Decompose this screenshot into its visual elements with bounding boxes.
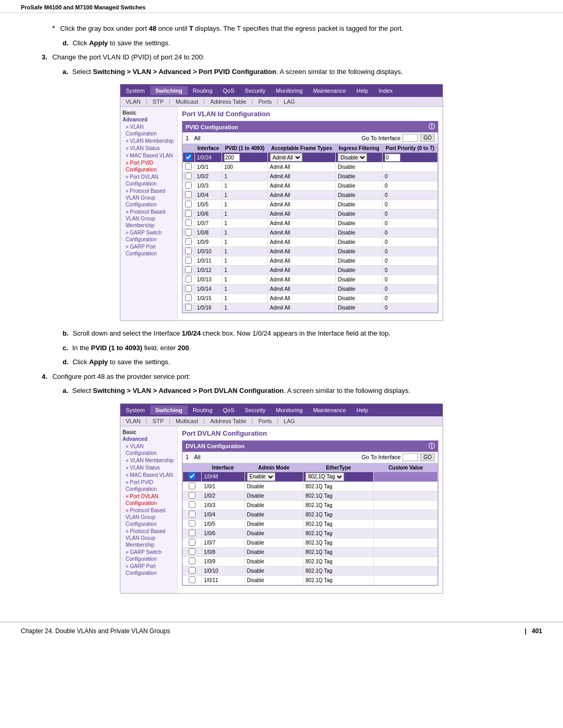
step-text-3b: Scroll down and select the Interface 1/0… — [72, 329, 390, 337]
cell-ethertype: 802.1Q Tag — [303, 538, 374, 547]
row-checkbox[interactable] — [189, 529, 195, 536]
nav-monitoring-2[interactable]: Monitoring — [271, 405, 308, 415]
row-checkbox[interactable] — [185, 201, 192, 207]
subnav-multicast-1[interactable]: Multicast — [174, 98, 200, 105]
row-checkbox[interactable] — [189, 539, 195, 546]
sidebar-vlan-config-1[interactable]: » VLANConfiguration — [126, 124, 175, 137]
sidebar-mac-vlan-2[interactable]: » MAC Based VLAN — [126, 472, 175, 478]
row-checkbox[interactable] — [189, 483, 195, 489]
sidebar-port-pvid-2[interactable]: » Port PVIDConfiguration — [126, 479, 175, 492]
row-checkbox[interactable] — [185, 238, 192, 245]
row-checkbox[interactable] — [189, 576, 195, 583]
sidebar-vlan-config-2[interactable]: » VLANConfiguration — [126, 443, 175, 456]
row-checkbox[interactable] — [185, 248, 192, 254]
subnav-ports-1[interactable]: Ports — [256, 98, 274, 105]
row-checkbox[interactable] — [185, 191, 192, 198]
sidebar-port-dvlan-2[interactable]: » Port DVLANConfiguration — [126, 493, 175, 507]
row-checkbox[interactable] — [189, 520, 195, 527]
table-row: 1/0/48Enable802.1Q Tag — [183, 472, 438, 482]
table-row: 1/0/10Disable802.1Q Tag — [183, 566, 438, 575]
row-checkbox[interactable] — [185, 210, 192, 217]
row-checkbox[interactable] — [185, 172, 192, 179]
sidebar-proto-vlan-config-1[interactable]: » Protocol BasedVLAN GroupConfiguration — [126, 188, 175, 208]
subnav-stp-2[interactable]: STP — [151, 417, 166, 425]
sidebar-vlan-status-2[interactable]: » VLAN Status — [126, 464, 175, 471]
row-checkbox[interactable] — [189, 558, 195, 564]
row-checkbox[interactable] — [189, 492, 195, 499]
sidebar-proto-vlan-config-2[interactable]: » Protocol BasedVLAN GroupConfiguration — [126, 507, 175, 527]
row-checkbox[interactable] — [189, 501, 195, 508]
row-checkbox[interactable] — [185, 304, 192, 311]
sidebar-garp-switch-1[interactable]: » GARP SwitchConfiguration — [126, 229, 175, 243]
nav-help-2[interactable]: Help — [351, 405, 374, 415]
row-checkbox[interactable] — [189, 473, 195, 479]
subnav-lag-2[interactable]: LAG — [282, 417, 297, 425]
nav-maintenance-2[interactable]: Maintenance — [308, 405, 351, 415]
subnav-vlan-2[interactable]: VLAN — [124, 417, 143, 425]
nav-system-1[interactable]: System — [120, 86, 150, 95]
admin-mode-select[interactable]: Enable — [247, 473, 275, 481]
cell-pvid: 1 — [222, 266, 268, 275]
row-checkbox[interactable] — [185, 257, 192, 264]
row-checkbox[interactable] — [185, 294, 192, 301]
nav-qos-1[interactable]: QoS — [218, 86, 240, 95]
row-checkbox[interactable] — [185, 276, 192, 282]
sidebar-proto-vlan-member-1[interactable]: » Protocol BasedVLAN GroupMembership — [126, 208, 175, 229]
subnav-lag-1[interactable]: LAG — [282, 98, 297, 105]
subnav-vlan-1[interactable]: VLAN — [124, 98, 143, 105]
nav-routing-2[interactable]: Routing — [188, 405, 218, 415]
sidebar-proto-vlan-member-2[interactable]: » Protocol BasedVLAN GroupMembership — [126, 528, 175, 548]
row-checkbox[interactable] — [185, 182, 192, 189]
subnav-ports-2[interactable]: Ports — [256, 417, 274, 425]
ingress-select[interactable]: Disable — [338, 153, 367, 162]
row-checkbox[interactable] — [185, 219, 192, 226]
main-content-2: Port DVLAN Configuration DVLAN Configura… — [178, 426, 443, 593]
page-content: • Click the gray box under port 48 once … — [0, 13, 563, 611]
row-checkbox[interactable] — [185, 229, 192, 236]
nav-monitoring-1[interactable]: Monitoring — [271, 86, 308, 95]
nav-help-1[interactable]: Help — [351, 86, 374, 95]
nav-switching-1[interactable]: Switching — [150, 86, 188, 95]
frame-type-select[interactable]: Admit All — [270, 153, 302, 162]
sidebar-garp-port-1[interactable]: » GARP PortConfiguration — [126, 243, 175, 257]
nav-security-1[interactable]: Security — [240, 86, 271, 95]
row-checkbox[interactable] — [189, 511, 195, 517]
nav-maintenance-1[interactable]: Maintenance — [308, 86, 351, 95]
nav-switching-2[interactable]: Switching — [150, 405, 188, 415]
row-checkbox[interactable] — [185, 154, 192, 161]
sidebar-port-pvid-1[interactable]: » Port PVIDConfiguration — [126, 159, 175, 173]
goto-btn-1[interactable]: GO — [420, 134, 435, 142]
nav-security-2[interactable]: Security — [240, 405, 271, 415]
row-checkbox[interactable] — [185, 285, 192, 292]
row-checkbox[interactable] — [185, 163, 192, 170]
pvid-input[interactable] — [224, 154, 240, 162]
row-checkbox[interactable] — [189, 567, 195, 574]
row-checkbox[interactable] — [185, 266, 192, 273]
table-row: 1/0/131Admit AllDisable0 — [183, 275, 438, 285]
subnav-addrtable-2[interactable]: Address Table — [208, 417, 249, 425]
bullet-dot: • — [52, 22, 55, 32]
row-checkbox[interactable] — [189, 548, 195, 555]
cell-priority: 0 — [383, 294, 438, 303]
sidebar-mac-vlan-1[interactable]: » MAC Based VLAN — [126, 152, 175, 159]
subnav-stp-1[interactable]: STP — [151, 98, 166, 105]
priority-input[interactable] — [385, 154, 400, 162]
sidebar-vlan-membership-1[interactable]: » VLAN Membership — [126, 138, 175, 144]
goto-btn-2[interactable]: GO — [420, 453, 435, 461]
sidebar-garp-port-2[interactable]: » GARP PortConfiguration — [126, 563, 175, 576]
sidebar-port-dvlan-1[interactable]: » Port DVLANConfiguration — [126, 174, 175, 187]
step-text-4a: Select Switching > VLAN > Advanced > Por… — [72, 387, 410, 394]
sidebar-vlan-status-1[interactable]: » VLAN Status — [126, 145, 175, 152]
subnav-multicast-2[interactable]: Multicast — [174, 417, 200, 425]
sidebar-2: Basic Advanced » VLANConfiguration » VLA… — [120, 426, 178, 593]
nav-system-2[interactable]: System — [120, 405, 150, 415]
goto-input-2[interactable] — [402, 453, 418, 461]
ethertype-select[interactable]: 802.1Q Tag — [305, 473, 344, 481]
nav-qos-2[interactable]: QoS — [218, 405, 240, 415]
sidebar-garp-switch-2[interactable]: » GARP SwitchConfiguration — [126, 549, 175, 562]
nav-index-1[interactable]: Index — [373, 86, 398, 95]
subnav-addrtable-1[interactable]: Address Table — [208, 98, 249, 105]
goto-input-1[interactable] — [402, 134, 418, 142]
sidebar-vlan-membership-2[interactable]: » VLAN Membership — [126, 457, 175, 464]
nav-routing-1[interactable]: Routing — [188, 86, 218, 95]
